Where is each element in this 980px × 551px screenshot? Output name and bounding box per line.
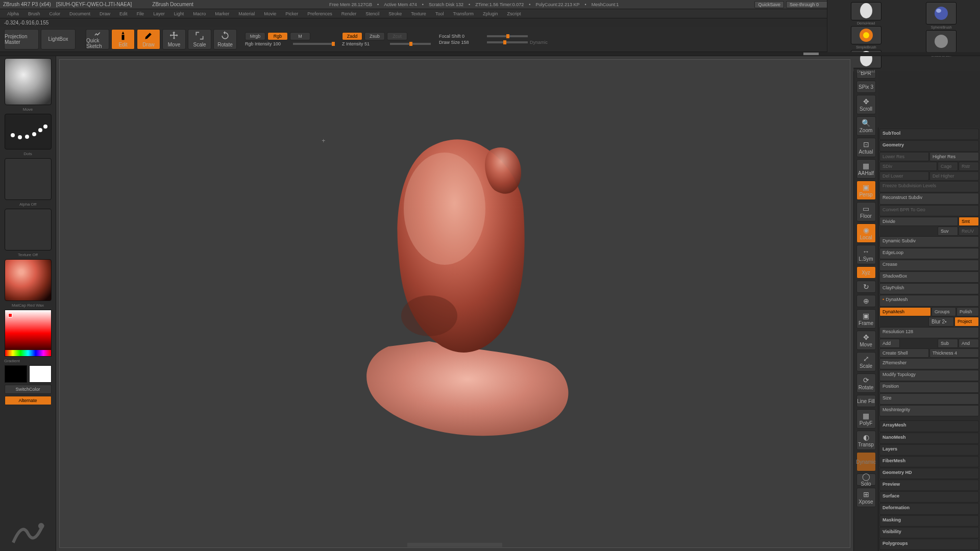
dynamic-subdiv-header[interactable]: Dynamic Subdiv [879,236,979,247]
history-slider[interactable] [0,52,980,56]
menu-picker[interactable]: Picker [281,11,302,17]
edit-button[interactable]: Edit [111,29,135,49]
solo-button[interactable]: ◯Solo [856,473,876,486]
menu-tool[interactable]: Tool [431,11,448,17]
m-toggle[interactable]: M [290,32,310,40]
dynamesh-button[interactable]: DynaMesh [879,307,931,316]
layers-header[interactable]: Layers [879,444,979,456]
lightbox-button[interactable]: LightBox [41,29,76,49]
aahalf-button[interactable]: ▦AAHalf [856,159,876,179]
color-picker[interactable] [5,310,52,357]
del-lower-button[interactable]: Del Lower [879,171,929,181]
zsub-toggle[interactable]: Zsub [364,32,385,40]
menu-alpha[interactable]: Alpha [3,11,23,17]
transp-button[interactable]: ◐Transp [856,431,876,450]
shadowbox-header[interactable]: ShadowBox [879,271,979,283]
rotate-button[interactable]: Rotate [213,29,237,49]
draw-size-slider[interactable]: Draw Size 158 [439,40,485,45]
spix-button[interactable]: SPix 3 [856,81,876,93]
alpha-preview[interactable] [5,158,52,200]
focal-shift-slider[interactable]: Focal Shift 0 [439,34,485,39]
swatch-primary[interactable] [29,365,52,383]
position-header[interactable]: Position [879,382,979,393]
deformation-header[interactable]: Deformation [879,503,979,514]
projection-master-button[interactable]: Projection Master [4,29,39,49]
menu-light[interactable]: Light [170,11,188,17]
cam-icon-button[interactable]: ⊕ [856,295,876,307]
claypolish-header[interactable]: ClayPolish [879,283,979,294]
menu-texture[interactable]: Texture [407,11,430,17]
brush-preview[interactable] [5,58,52,105]
blur-slider[interactable]: Blur 2• [928,317,954,327]
texture-preview[interactable] [5,209,52,251]
surface-header[interactable]: Surface [879,491,979,503]
geometry-header[interactable]: Geometry [879,140,979,152]
scale-button[interactable]: Scale [188,29,211,49]
menu-file[interactable]: File [133,11,149,17]
zoom-button[interactable]: 🔍Zoom [856,116,876,136]
suv-toggle[interactable]: Suv [938,227,958,236]
polyf-button[interactable]: ▦PolyF [856,409,876,429]
mrgb-toggle[interactable]: Mrgb [245,32,265,40]
document-canvas[interactable]: + [59,59,850,548]
menu-draw[interactable]: Draw [95,11,114,17]
thickness-slider[interactable]: Thickness 4 [929,348,979,358]
tool-thumb-demohead[interactable] [851,2,881,20]
meshintegrity-header[interactable]: MeshIntegrity [879,405,979,416]
sub-toggle[interactable]: Sub [938,339,958,348]
stroke-preview[interactable] [5,114,52,149]
del-higher-button[interactable]: Del Higher [929,171,979,181]
menu-layer[interactable]: Layer [149,11,169,17]
menu-marker[interactable]: Marker [211,11,233,17]
quicksketch-button[interactable]: Quick Sketch [86,29,109,49]
menu-macro[interactable]: Macro [189,11,210,17]
menu-transform[interactable]: Transform [449,11,478,17]
groups-toggle[interactable]: Groups [932,307,956,316]
dynamesh-header[interactable]: DynaMesh [879,295,979,306]
tool-thumb-eraserbrush[interactable] [926,30,957,53]
alternate-button[interactable]: Alternate [5,396,52,405]
preview-header[interactable]: Preview [879,480,979,491]
visibility-header[interactable]: Visibility [879,527,979,538]
menu-zplugin[interactable]: Zplugin [479,11,502,17]
arraymesh-header[interactable]: ArrayMesh [879,420,979,432]
move-button[interactable]: Move [162,29,186,49]
frame-button[interactable]: ▣Frame [856,309,876,329]
menu-stencil[interactable]: Stencil [361,11,383,17]
menu-color[interactable]: Color [45,11,65,17]
subtool-header[interactable]: SubTool [879,129,979,140]
menu-preferences[interactable]: Preferences [303,11,336,17]
freeze-subdiv-button[interactable]: Freeze Subdivision Levels [879,181,979,192]
tool-thumb-simplebrush[interactable] [851,26,881,44]
fibermesh-header[interactable]: FiberMesh [879,456,979,467]
move-view-button[interactable]: ✥Move [856,331,876,350]
local-button[interactable]: ◉Local [856,223,876,243]
scroll-button[interactable]: ✥Scroll [856,95,876,114]
rotate-view-button[interactable]: ⟳Rotate [856,373,876,393]
rgb-intensity-slider[interactable]: Rgb Intensity 100 [245,41,291,46]
project-toggle[interactable]: Project [954,317,979,327]
quicksave-button[interactable]: QuickSave [754,1,784,8]
edgeloop-header[interactable]: EdgeLoop [879,248,979,259]
add-button[interactable]: Add [879,339,900,348]
lower-res-button[interactable]: Lower Res [879,152,929,161]
swatch-secondary[interactable] [5,365,27,383]
smt-toggle[interactable]: Smt [959,217,979,226]
xyz-button[interactable]: Xyz [856,266,876,279]
dynamic-view-button[interactable]: Dynamic [856,452,876,471]
linefill-button[interactable]: Line Fill [856,395,876,407]
nanomesh-header[interactable]: NanoMesh [879,433,979,444]
menu-movie[interactable]: Movie [260,11,280,17]
higher-res-button[interactable]: Higher Res [929,152,979,161]
cage-button[interactable]: Cage [938,162,958,171]
menu-brush[interactable]: Brush [24,11,44,17]
sdiv-slider[interactable]: SDiv [879,162,937,171]
tool-thumb-spherebrush[interactable] [926,2,957,24]
divide-button[interactable]: Divide [879,217,958,226]
menu-stroke[interactable]: Stroke [384,11,406,17]
material-preview[interactable] [5,259,52,301]
zadd-toggle[interactable]: Zadd [342,32,362,40]
masking-header[interactable]: Masking [879,515,979,527]
resolution-slider[interactable]: Resolution 128 [879,327,979,338]
convert-bpr-button[interactable]: Convert BPR To Geo [879,205,979,216]
